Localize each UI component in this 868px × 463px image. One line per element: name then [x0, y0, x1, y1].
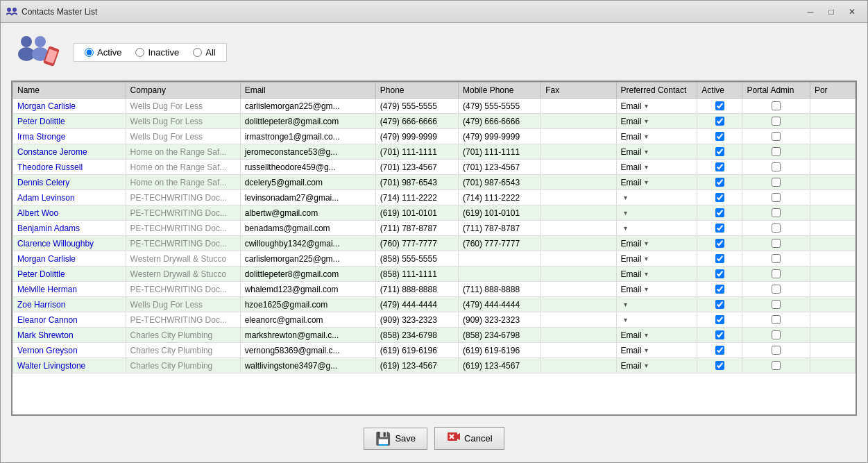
col-portal[interactable]: Portal Admin — [742, 83, 810, 99]
table-row[interactable]: Theodore Russell Home on the Range Saf..… — [13, 160, 856, 175]
col-active[interactable]: Active — [697, 83, 742, 99]
portal-checkbox[interactable] — [772, 239, 781, 248]
cell-portal[interactable] — [742, 190, 810, 205]
portal-checkbox[interactable] — [772, 254, 781, 263]
table-row[interactable]: Clarence Willoughby PE-TECHWRITING Doc..… — [13, 236, 856, 251]
close-button[interactable]: ✕ — [842, 4, 862, 19]
active-checkbox[interactable] — [715, 300, 724, 309]
cell-portal[interactable] — [742, 129, 810, 144]
filter-active[interactable]: Active — [85, 47, 121, 58]
table-row[interactable]: Melville Herman PE-TECHWRITING Doc... wh… — [13, 282, 856, 297]
active-checkbox[interactable] — [715, 193, 724, 202]
table-row[interactable]: Albert Woo PE-TECHWRITING Doc... albertw… — [13, 205, 856, 221]
active-checkbox[interactable] — [715, 285, 724, 294]
portal-checkbox[interactable] — [772, 193, 781, 202]
active-checkbox[interactable] — [715, 361, 724, 370]
cell-portal[interactable] — [742, 205, 810, 221]
preferred-dropdown-arrow[interactable]: ▾ — [645, 270, 648, 278]
cell-portal[interactable] — [742, 221, 810, 236]
portal-checkbox[interactable] — [772, 315, 781, 324]
cell-portal[interactable] — [742, 343, 810, 358]
col-company[interactable]: Company — [126, 83, 240, 99]
portal-checkbox[interactable] — [772, 300, 781, 309]
cell-portal[interactable] — [742, 267, 810, 282]
preferred-dropdown-arrow[interactable]: ▾ — [645, 163, 648, 171]
table-row[interactable]: Zoe Harrison Wells Dug For Less hzoe1625… — [13, 297, 856, 312]
filter-inactive-radio[interactable] — [135, 48, 144, 57]
cell-portal[interactable] — [742, 358, 810, 373]
cell-active[interactable] — [697, 343, 742, 358]
cell-preferred[interactable]: Email ▾ — [616, 144, 697, 160]
portal-checkbox[interactable] — [772, 162, 781, 171]
cell-preferred[interactable]: ▾ — [616, 190, 697, 205]
portal-checkbox[interactable] — [772, 208, 781, 217]
active-checkbox[interactable] — [715, 239, 724, 248]
cell-preferred[interactable]: Email ▾ — [616, 160, 697, 175]
minimize-button[interactable]: ─ — [801, 4, 820, 19]
table-row[interactable]: Dennis Celery Home on the Range Saf... d… — [13, 175, 856, 190]
cell-active[interactable] — [697, 144, 742, 160]
table-row[interactable]: Walter Livingstone Charles City Plumbing… — [13, 358, 856, 373]
cell-portal[interactable] — [742, 160, 810, 175]
table-row[interactable]: Mark Shrewton Charles City Plumbing mark… — [13, 328, 856, 343]
cell-preferred[interactable]: Email ▾ — [616, 99, 697, 114]
cell-preferred[interactable]: Email ▾ — [616, 129, 697, 144]
cell-active[interactable] — [697, 221, 742, 236]
cell-portal[interactable] — [742, 144, 810, 160]
preferred-dropdown-arrow[interactable]: ▾ — [645, 331, 648, 339]
active-checkbox[interactable] — [715, 178, 724, 187]
active-checkbox[interactable] — [715, 132, 724, 141]
preferred-dropdown-arrow[interactable]: ▾ — [645, 255, 648, 262]
cell-active[interactable] — [697, 282, 742, 297]
cell-portal[interactable] — [742, 99, 810, 114]
cell-preferred[interactable]: Email ▾ — [616, 236, 697, 251]
preferred-dropdown-arrow[interactable]: ▾ — [645, 117, 648, 125]
table-row[interactable]: Constance Jerome Home on the Range Saf..… — [13, 144, 856, 160]
cell-active[interactable] — [697, 175, 742, 190]
cell-preferred[interactable]: ▾ — [616, 297, 697, 312]
cell-active[interactable] — [697, 312, 742, 328]
col-fax[interactable]: Fax — [541, 83, 616, 99]
cell-preferred[interactable]: Email ▾ — [616, 267, 697, 282]
portal-checkbox[interactable] — [772, 117, 781, 126]
portal-checkbox[interactable] — [772, 224, 781, 233]
col-email[interactable]: Email — [240, 83, 375, 99]
active-checkbox[interactable] — [715, 224, 724, 233]
table-row[interactable]: Peter Dolittle Western Drywall & Stucco … — [13, 267, 856, 282]
preferred-dropdown-arrow[interactable]: ▾ — [645, 148, 648, 155]
table-row[interactable]: Irma Stronge Wells Dug For Less irmastro… — [13, 129, 856, 144]
table-row[interactable]: Eleanor Cannon PE-TECHWRITING Doc... ele… — [13, 312, 856, 328]
portal-checkbox[interactable] — [772, 346, 781, 355]
table-row[interactable]: Adam Levinson PE-TECHWRITING Doc... levi… — [13, 190, 856, 205]
active-checkbox[interactable] — [715, 117, 724, 126]
cell-preferred[interactable]: ▾ — [616, 205, 697, 221]
cell-portal[interactable] — [742, 114, 810, 129]
preferred-dropdown-arrow[interactable]: ▾ — [624, 194, 627, 201]
portal-checkbox[interactable] — [772, 285, 781, 294]
preferred-dropdown-arrow[interactable]: ▾ — [624, 316, 627, 323]
table-row[interactable]: Morgan Carlisle Wells Dug For Less carli… — [13, 99, 856, 114]
cell-preferred[interactable]: Email ▾ — [616, 328, 697, 343]
col-preferred[interactable]: Preferred Contact — [616, 83, 697, 99]
portal-checkbox[interactable] — [772, 269, 781, 278]
active-checkbox[interactable] — [715, 101, 724, 110]
cell-portal[interactable] — [742, 328, 810, 343]
preferred-dropdown-arrow[interactable]: ▾ — [645, 285, 648, 293]
preferred-dropdown-arrow[interactable]: ▾ — [645, 102, 648, 110]
col-mobile[interactable]: Mobile Phone — [459, 83, 541, 99]
cell-preferred[interactable]: Email ▾ — [616, 114, 697, 129]
portal-checkbox[interactable] — [772, 330, 781, 339]
portal-checkbox[interactable] — [772, 361, 781, 370]
preferred-dropdown-arrow[interactable]: ▾ — [645, 362, 648, 369]
cell-preferred[interactable]: Email ▾ — [616, 175, 697, 190]
save-button[interactable]: 💾 Save — [364, 428, 427, 450]
filter-inactive[interactable]: Inactive — [135, 47, 179, 58]
portal-checkbox[interactable] — [772, 178, 781, 187]
cell-portal[interactable] — [742, 282, 810, 297]
cell-preferred[interactable]: Email ▾ — [616, 358, 697, 373]
cell-portal[interactable] — [742, 251, 810, 267]
cell-active[interactable] — [697, 114, 742, 129]
cell-active[interactable] — [697, 160, 742, 175]
active-checkbox[interactable] — [715, 315, 724, 324]
preferred-dropdown-arrow[interactable]: ▾ — [645, 239, 648, 247]
